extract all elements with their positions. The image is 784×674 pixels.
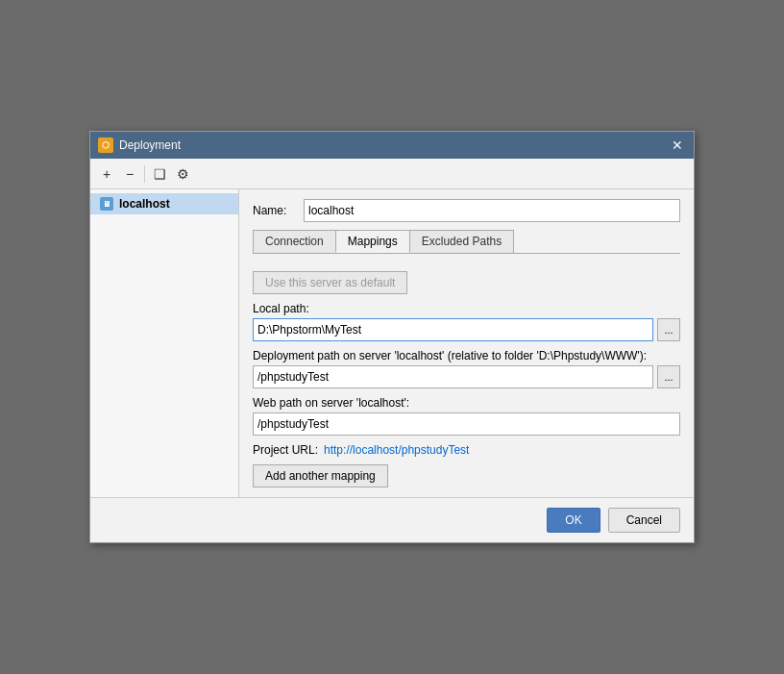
local-path-label: Local path: <box>253 302 680 315</box>
project-url-label: Project URL: <box>253 443 318 457</box>
toolbar-separator <box>144 165 145 183</box>
web-path-section: Web path on server 'localhost': <box>253 396 680 436</box>
dialog-icon: ⬡ <box>98 137 113 153</box>
server-icon: 🖥 <box>100 197 113 211</box>
deployment-path-browse-button[interactable]: ... <box>657 365 680 388</box>
deployment-path-row: ... <box>253 365 680 388</box>
server-list: 🖥 localhost <box>90 189 239 497</box>
server-name: localhost <box>119 197 170 211</box>
deployment-dialog: ⬡ Deployment ✕ + − ❑ ⚙ 🖥 localhost Name: <box>89 131 695 543</box>
bottom-bar: OK Cancel <box>90 497 694 542</box>
tab-connection[interactable]: Connection <box>253 230 336 253</box>
title-bar: ⬡ Deployment ✕ <box>90 132 694 159</box>
copy-server-button[interactable]: ❑ <box>149 163 170 185</box>
deployment-path-label: Deployment path on server 'localhost' (r… <box>253 349 680 362</box>
local-path-input[interactable] <box>253 318 653 341</box>
toolbar: + − ❑ ⚙ <box>90 159 694 189</box>
ok-button[interactable]: OK <box>547 508 600 533</box>
tab-mappings[interactable]: Mappings <box>335 230 410 253</box>
project-url-row: Project URL: http://localhost/phpstudyTe… <box>253 443 680 457</box>
add-server-button[interactable]: + <box>96 163 117 185</box>
title-bar-left: ⬡ Deployment <box>98 137 181 153</box>
use-default-button[interactable]: Use this server as default <box>253 271 407 294</box>
name-input[interactable] <box>304 199 680 222</box>
name-row: Name: <box>253 199 680 222</box>
name-label: Name: <box>253 204 296 217</box>
web-path-label: Web path on server 'localhost': <box>253 396 680 410</box>
close-button[interactable]: ✕ <box>669 137 686 154</box>
local-path-browse-button[interactable]: ... <box>657 318 680 341</box>
web-path-row <box>253 412 680 436</box>
deployment-path-section: Deployment path on server 'localhost' (r… <box>253 349 680 388</box>
main-area: 🖥 localhost Name: Connection Mappings Ex <box>90 189 694 497</box>
remove-server-button[interactable]: − <box>119 163 140 185</box>
right-panel: Name: Connection Mappings Excluded Paths… <box>239 189 694 497</box>
add-mapping-button[interactable]: Add another mapping <box>253 464 388 487</box>
local-path-row: ... <box>253 318 680 341</box>
cancel-button[interactable]: Cancel <box>608 508 680 533</box>
dialog-title: Deployment <box>119 138 181 152</box>
local-path-section: Local path: ... <box>253 302 680 341</box>
project-url-link[interactable]: http://localhost/phpstudyTest <box>324 443 469 457</box>
deployment-path-input[interactable] <box>253 365 653 388</box>
settings-server-button[interactable]: ⚙ <box>172 163 193 185</box>
tab-excluded-paths[interactable]: Excluded Paths <box>409 230 514 253</box>
server-item-localhost[interactable]: 🖥 localhost <box>90 193 238 214</box>
web-path-input[interactable] <box>253 412 680 436</box>
tabs: Connection Mappings Excluded Paths <box>253 230 680 254</box>
mappings-tab-content: Use this server as default Local path: .… <box>253 262 680 487</box>
